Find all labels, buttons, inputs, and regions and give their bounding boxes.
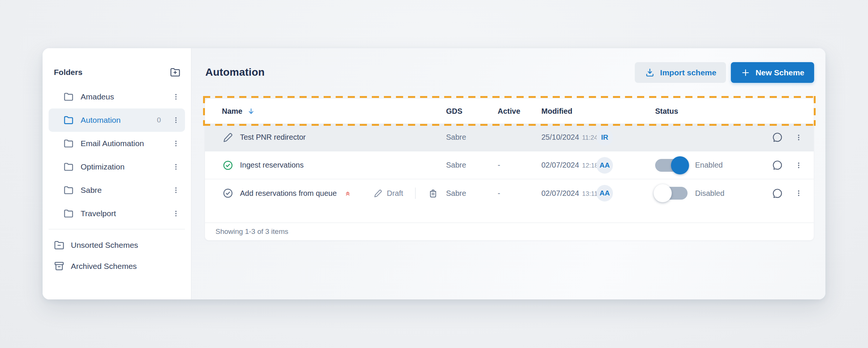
pagination-summary: Showing 1-3 of 3 items bbox=[215, 227, 288, 236]
kebab-icon bbox=[795, 162, 802, 169]
chevrons-up-icon bbox=[344, 189, 352, 197]
folder-icon bbox=[63, 208, 74, 219]
folder-menu-button[interactable] bbox=[172, 210, 180, 217]
sort-arrow-down-icon bbox=[247, 107, 255, 116]
folder-menu-button[interactable] bbox=[172, 163, 180, 171]
chat-icon bbox=[771, 131, 784, 143]
check-circle-icon bbox=[222, 187, 234, 199]
folder-minus-icon bbox=[53, 239, 65, 251]
table-row[interactable]: Ingest reservations Sabre - 02/07/202412… bbox=[205, 151, 814, 179]
status-label: Enabled bbox=[695, 161, 723, 169]
comments-button[interactable] bbox=[771, 159, 784, 171]
folder-menu-button[interactable] bbox=[172, 140, 180, 147]
folder-icon bbox=[63, 161, 74, 172]
plus-icon bbox=[741, 68, 750, 78]
divider bbox=[415, 188, 416, 199]
scheme-name: Test PNR redirector bbox=[240, 133, 306, 142]
table-row[interactable]: Test PNR redirector Sabre 25/10/202411:2… bbox=[205, 124, 814, 151]
check-circle-icon bbox=[222, 159, 234, 171]
new-scheme-label: New Scheme bbox=[755, 68, 804, 77]
avatar: AA bbox=[596, 157, 613, 174]
sidebar-link-label: Archived Schemes bbox=[71, 262, 137, 271]
status-toggle[interactable] bbox=[655, 159, 688, 172]
table-empty-space bbox=[205, 207, 814, 223]
column-header-modified[interactable]: Modified bbox=[541, 107, 596, 116]
active-value: - bbox=[498, 161, 541, 169]
page-title: Automation bbox=[205, 66, 265, 78]
kebab-icon bbox=[795, 189, 802, 197]
folder-icon bbox=[63, 185, 74, 196]
active-value: - bbox=[498, 189, 541, 198]
sidebar-item-automation[interactable]: Automation 0 bbox=[49, 108, 185, 132]
chat-icon bbox=[771, 159, 784, 171]
gds-value: Sabre bbox=[446, 133, 498, 142]
import-scheme-button[interactable]: Import scheme bbox=[635, 62, 726, 83]
column-header-status[interactable]: Status bbox=[655, 107, 755, 116]
folder-label: Travelport bbox=[81, 209, 172, 218]
table-footer: Showing 1-3 of 3 items bbox=[205, 223, 814, 240]
sidebar-item-sabre[interactable]: Sabre bbox=[49, 179, 185, 202]
toolbar: Import scheme New Scheme bbox=[635, 62, 814, 83]
folders-sidebar: Folders Amadeus A bbox=[43, 48, 191, 299]
folder-label: Sabre bbox=[81, 186, 172, 195]
sidebar-item-email-automation[interactable]: Email Autiomation bbox=[49, 132, 185, 155]
sidebar-item-archived-schemes[interactable]: Archived Schemes bbox=[49, 256, 185, 277]
sidebar-link-label: Unsorted Schemes bbox=[71, 241, 138, 250]
folder-plus-icon bbox=[169, 66, 181, 78]
schemes-table: Name GDS Active Modified Status bbox=[205, 99, 814, 240]
folder-menu-button[interactable] bbox=[172, 116, 180, 124]
scheme-name: Add reservations from queue bbox=[240, 189, 337, 198]
draft-label: Draft bbox=[387, 189, 403, 198]
status-toggle[interactable] bbox=[655, 187, 688, 200]
row-menu-button[interactable] bbox=[795, 134, 802, 141]
sidebar-item-optimization[interactable]: Optimization bbox=[49, 155, 185, 179]
import-scheme-label: Import scheme bbox=[660, 68, 716, 77]
folder-menu-button[interactable] bbox=[172, 93, 180, 101]
pencil-icon bbox=[222, 131, 234, 143]
status-label: Disabled bbox=[695, 189, 724, 198]
sidebar-item-unsorted-schemes[interactable]: Unsorted Schemes bbox=[49, 235, 185, 256]
column-header-gds[interactable]: GDS bbox=[446, 107, 498, 116]
row-menu-button[interactable] bbox=[795, 162, 802, 169]
comments-button[interactable] bbox=[771, 187, 784, 200]
folder-icon bbox=[63, 91, 74, 102]
table-row[interactable]: Add reservations from queue Draft bbox=[205, 179, 814, 207]
kebab-icon bbox=[795, 134, 802, 141]
gds-value: Sabre bbox=[446, 189, 498, 198]
add-folder-button[interactable] bbox=[169, 66, 181, 78]
column-header-active[interactable]: Active bbox=[498, 107, 541, 116]
modified-value: 25/10/202411:24 bbox=[541, 133, 596, 142]
folder-label: Optimization bbox=[81, 162, 172, 171]
sidebar-title: Folders bbox=[54, 68, 83, 77]
avatar: AA bbox=[596, 185, 613, 201]
folder-label: Email Autiomation bbox=[81, 139, 172, 148]
download-icon bbox=[645, 67, 655, 78]
main-content: Automation Import scheme New Scheme bbox=[191, 48, 825, 299]
trash-icon bbox=[428, 188, 439, 199]
pencil-icon bbox=[373, 188, 383, 198]
scheme-name: Ingest reservations bbox=[240, 161, 304, 169]
avatar: IR bbox=[596, 129, 613, 146]
sidebar-item-travelport[interactable]: Travelport bbox=[49, 202, 185, 225]
table-header-row: Name GDS Active Modified Status bbox=[205, 99, 814, 124]
archive-icon bbox=[53, 260, 65, 272]
schemes-table-card: Name GDS Active Modified Status bbox=[205, 99, 814, 240]
folder-menu-button[interactable] bbox=[172, 186, 180, 194]
draft-badge: Draft bbox=[373, 188, 403, 198]
new-scheme-button[interactable]: New Scheme bbox=[731, 62, 814, 83]
sidebar-divider bbox=[49, 229, 185, 229]
modified-value: 02/07/202412:18 bbox=[541, 161, 596, 169]
column-header-name[interactable]: Name bbox=[222, 107, 446, 116]
sidebar-header: Folders bbox=[49, 65, 185, 80]
folder-count-badge: 0 bbox=[157, 116, 161, 124]
delete-button[interactable] bbox=[428, 188, 439, 199]
folder-icon bbox=[63, 114, 74, 126]
chat-icon bbox=[771, 187, 784, 200]
folder-label: Automation bbox=[81, 116, 157, 125]
comments-button[interactable] bbox=[771, 131, 784, 143]
gds-value: Sabre bbox=[446, 161, 498, 169]
folder-icon bbox=[63, 138, 74, 149]
row-menu-button[interactable] bbox=[795, 189, 802, 197]
sidebar-item-amadeus[interactable]: Amadeus bbox=[49, 85, 185, 108]
app-window: Folders Amadeus A bbox=[43, 48, 825, 299]
